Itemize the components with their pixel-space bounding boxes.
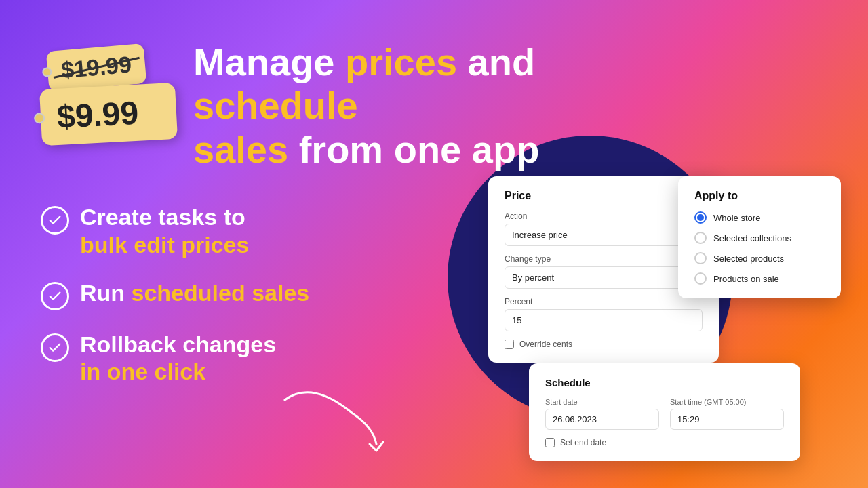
radio-circle-products-on-sale <box>694 272 707 285</box>
end-date-label: Set end date <box>560 438 606 447</box>
checkmark-icon-2 <box>47 289 62 304</box>
feature-text-2: Run scheduled sales <box>80 279 309 307</box>
action-input[interactable]: Increase price <box>505 224 703 246</box>
features-list: Create tasks tobulk edit prices Run sche… <box>41 203 309 406</box>
change-type-group: Change type By percent <box>505 254 703 289</box>
override-cents-row: Override cents <box>505 340 703 349</box>
checkmark-icon-1 <box>47 213 62 228</box>
headline-text: Manage prices and schedule sales from on… <box>193 41 627 171</box>
end-date-row: Set end date <box>545 438 784 447</box>
start-date-label: Start date <box>545 398 659 406</box>
tag-hole-old <box>42 66 52 77</box>
radio-selected-products[interactable]: Selected products <box>694 252 825 264</box>
override-cents-label: Override cents <box>519 340 572 349</box>
radio-label-whole-store: Whole store <box>713 213 760 223</box>
percent-group: Percent 15 <box>505 297 703 331</box>
feature-item-3: Rollback changesin one click <box>41 331 309 386</box>
end-date-checkbox[interactable] <box>545 438 555 447</box>
change-type-input[interactable]: By percent <box>505 266 703 289</box>
schedule-card: Schedule Start date 26.06.2023 Start tim… <box>529 363 800 461</box>
start-time-field: Start time (GMT-05:00) 15:29 <box>670 398 784 430</box>
override-cents-checkbox[interactable] <box>505 340 514 349</box>
feature-accent-2: scheduled sales <box>132 280 310 306</box>
radio-label-selected-collections: Selected collections <box>713 233 791 243</box>
price-card-title: Price <box>505 190 703 202</box>
headline-line1: Manage prices and schedule <box>193 41 535 127</box>
start-time-input[interactable]: 15:29 <box>670 409 784 430</box>
start-date-input[interactable]: 26.06.2023 <box>545 409 659 430</box>
arrow-decoration <box>271 386 393 454</box>
schedule-card-title: Schedule <box>545 377 784 388</box>
radio-circle-selected-products <box>694 252 707 264</box>
feature-item-2: Run scheduled sales <box>41 279 309 310</box>
radio-selected-collections[interactable]: Selected collections <box>694 232 825 244</box>
percent-input[interactable]: 15 <box>505 309 703 331</box>
feature-icon-3 <box>41 333 69 362</box>
feature-text-1: Create tasks tobulk edit prices <box>80 203 249 259</box>
feature-accent-1: bulk edit prices <box>80 232 249 258</box>
radio-label-selected-products: Selected products <box>713 253 784 264</box>
radio-label-products-on-sale: Products on sale <box>713 274 779 284</box>
new-price-value: $9.99 <box>56 95 140 135</box>
schedule-date-time-row: Start date 26.06.2023 Start time (GMT-05… <box>545 398 784 430</box>
price-tags-area: $19.99 $9.99 <box>41 47 176 142</box>
change-type-label: Change type <box>505 254 703 264</box>
headline-schedule-accent: schedule <box>193 84 358 127</box>
feature-accent-3: in one click <box>80 359 205 384</box>
checkmark-icon-3 <box>47 340 62 355</box>
action-label: Action <box>505 211 703 221</box>
headline-prices-accent: prices <box>345 41 457 83</box>
radio-circle-selected-collections <box>694 232 707 244</box>
percent-label: Percent <box>505 297 703 306</box>
feature-icon-1 <box>41 206 69 235</box>
start-date-field: Start date 26.06.2023 <box>545 398 659 430</box>
feature-icon-2 <box>41 282 69 310</box>
headline: Manage prices and schedule sales from on… <box>193 41 627 171</box>
headline-sales-accent: sales <box>193 128 288 171</box>
action-group: Action Increase price <box>505 211 703 246</box>
feature-item-1: Create tasks tobulk edit prices <box>41 203 309 259</box>
feature-text-3: Rollback changesin one click <box>80 331 276 386</box>
apply-to-title: Apply to <box>694 190 825 202</box>
radio-circle-whole-store <box>694 211 707 224</box>
old-price-value: $19.99 <box>60 52 132 83</box>
cards-container: Price Action Increase price Change type … <box>488 176 841 461</box>
radio-products-on-sale[interactable]: Products on sale <box>694 272 825 285</box>
background: $19.99 $9.99 Manage prices and schedule … <box>0 0 868 488</box>
radio-whole-store[interactable]: Whole store <box>694 211 825 224</box>
tag-hole-new <box>34 112 45 123</box>
new-price-tag: $9.99 <box>39 83 178 146</box>
apply-to-card: Apply to Whole store Selected collection… <box>678 176 841 298</box>
start-time-label: Start time (GMT-05:00) <box>670 398 784 406</box>
